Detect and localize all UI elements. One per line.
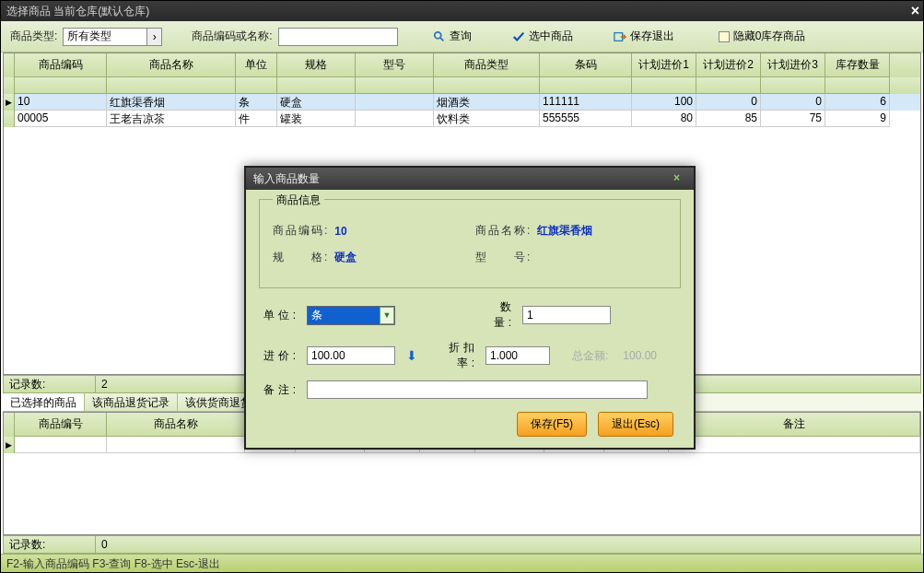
col-header[interactable]: 备注: [669, 413, 920, 437]
save-exit-label: 保存退出: [630, 29, 674, 44]
spec-key: 规 格:: [273, 250, 329, 265]
checkbox-icon[interactable]: [719, 31, 730, 42]
table-row[interactable]: ▶ 10 红旗渠香烟 条 硬盒 烟酒类 111111 100 0 0 6: [4, 94, 920, 111]
spec-value: 硬盒: [334, 250, 357, 265]
remark-input[interactable]: [307, 380, 648, 399]
record-count-value: 2: [96, 376, 243, 392]
record-count-label: 记录数:: [4, 375, 96, 394]
col-header[interactable]: 计划进价1: [632, 53, 696, 77]
discount-label: 折扣率:: [428, 340, 478, 371]
col-header[interactable]: 规格: [277, 53, 356, 77]
total-label: 总金额:: [572, 348, 608, 364]
select-label: 选中商品: [529, 29, 573, 44]
col-header[interactable]: 商品编号: [15, 413, 107, 437]
qty-label: 数 量:: [465, 299, 515, 331]
search-icon: [433, 30, 446, 43]
total-value: 100.00: [623, 349, 657, 362]
col-header[interactable]: 计划进价2: [696, 53, 761, 77]
col-header[interactable]: 型号: [356, 53, 434, 77]
arrow-down-icon[interactable]: ⬇: [406, 348, 417, 363]
code-input[interactable]: [278, 28, 398, 46]
selected-grid-body[interactable]: ▶ …: [4, 437, 920, 534]
col-header[interactable]: 商品编码: [15, 53, 107, 77]
group-legend: 商品信息: [273, 193, 324, 208]
table-row[interactable]: 00005 王老吉凉茶 件 罐装 饮料类 555555 80 85 75 9: [4, 111, 920, 127]
dialog-close-icon[interactable]: ×: [673, 171, 688, 186]
dialog-title: 输入商品数量: [253, 171, 320, 187]
check-icon: [512, 30, 525, 43]
query-button[interactable]: 查询: [427, 27, 477, 46]
product-info-group: 商品信息 商品编码: 10 商品名称: 红旗渠香烟 规 格: 硬盒 型 号:: [259, 199, 681, 288]
col-header[interactable]: 条码: [540, 53, 632, 77]
filter-row: [4, 77, 920, 94]
price-input[interactable]: [307, 346, 395, 365]
remark-label: 备注:: [259, 382, 299, 398]
col-header[interactable]: 单位: [236, 53, 277, 77]
qty-input[interactable]: [522, 306, 611, 324]
exit-button[interactable]: 退出(Esc): [598, 412, 673, 437]
row-pointer-icon: ▶: [4, 437, 15, 453]
window-title: 选择商品 当前仓库(默认仓库): [6, 4, 149, 19]
type-combo[interactable]: ›: [63, 28, 162, 46]
unit-label: 单位:: [259, 308, 299, 323]
col-header[interactable]: 库存数量: [825, 53, 890, 77]
code-value: 10: [334, 225, 346, 238]
query-label: 查询: [450, 29, 472, 44]
toolbar: 商品类型: › 商品编码或名称: 查询 选中商品 保存退出: [1, 21, 923, 53]
main-grid-header: 商品编码 商品名称 单位 规格 型号 商品类型 条码 计划进价1 计划进价2 计…: [4, 53, 920, 77]
col-header[interactable]: 商品类型: [434, 53, 540, 77]
row-indicator-header: [4, 53, 15, 77]
select-button[interactable]: 选中商品: [507, 27, 579, 46]
quantity-dialog: 输入商品数量 × 商品信息 商品编码: 10 商品名称: 红旗渠香烟 规 格: …: [244, 166, 696, 450]
record-bar-2: 记录数: 0: [3, 535, 921, 554]
name-value: 红旗渠香烟: [537, 223, 592, 239]
code-key: 商品编码:: [273, 223, 329, 239]
titlebar: 选择商品 当前仓库(默认仓库) ×: [1, 1, 923, 21]
save-button[interactable]: 保存(F5): [517, 412, 587, 437]
dialog-titlebar: 输入商品数量 ×: [246, 168, 694, 190]
svg-line-1: [440, 37, 444, 41]
unit-value: 条: [308, 307, 380, 324]
type-combo-input[interactable]: [64, 29, 146, 45]
col-header[interactable]: 商品名称: [107, 413, 245, 437]
hide-zero-label: 隐藏0库存商品: [733, 29, 806, 44]
unit-select[interactable]: 条 ▼: [307, 306, 395, 325]
name-key: 商品名称:: [475, 223, 532, 239]
code-label: 商品编码或名称:: [192, 29, 272, 44]
price-label: 进价:: [259, 348, 299, 364]
save-exit-button[interactable]: 保存退出: [608, 27, 680, 46]
hide-zero-check[interactable]: 隐藏0库存商品: [719, 29, 806, 44]
svg-point-0: [434, 31, 440, 38]
col-header[interactable]: 计划进价3: [761, 53, 825, 77]
row-pointer-icon: ▶: [4, 94, 15, 111]
tab-return-history[interactable]: 该商品退货记录: [85, 393, 178, 411]
tab-selected-products[interactable]: 已选择的商品: [3, 393, 85, 411]
close-icon[interactable]: ×: [911, 3, 919, 19]
model-key: 型 号:: [475, 250, 532, 265]
type-label: 商品类型:: [10, 29, 57, 44]
save-exit-icon: [614, 30, 626, 43]
record-count2-label: 记录数:: [4, 535, 96, 555]
status-bar: F2-输入商品编码 F3-查询 F8-选中 Esc-退出: [1, 554, 923, 572]
chevron-right-icon[interactable]: ›: [146, 29, 161, 45]
record-count2-value: 0: [96, 536, 243, 553]
discount-input[interactable]: [485, 346, 550, 365]
chevron-down-icon[interactable]: ▼: [380, 307, 394, 324]
col-header[interactable]: 商品名称: [107, 53, 236, 77]
